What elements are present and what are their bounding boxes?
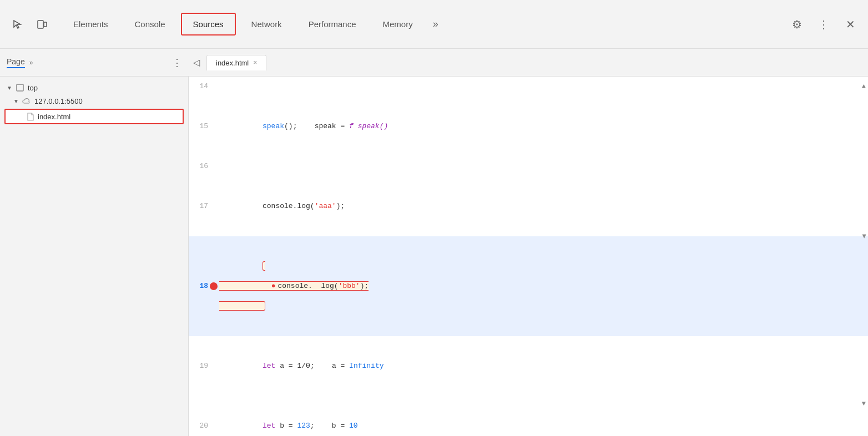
editor-tab-label: index.html <box>216 59 249 67</box>
code-line-14: 14 <box>189 77 868 97</box>
devtools-header: Elements Console Sources Network Perform… <box>0 0 868 49</box>
tree-arrow-server: ▼ <box>13 98 19 104</box>
tree-label-server: 127.0.0.1:5500 <box>34 97 83 105</box>
code-line-17: 17 console.log('aaa'); <box>189 176 868 236</box>
sidebar-tree: ▼ top ▼ 127.0.0.1:5500 <box>0 77 188 436</box>
code-line-16: 16 <box>189 156 868 176</box>
tab-console[interactable]: Console <box>122 0 179 48</box>
tree-label-index-html: index.html <box>38 113 70 121</box>
tree-arrow-top: ▼ <box>7 85 12 91</box>
frame-icon <box>16 83 24 92</box>
tab-list: Elements Console Sources Network Perform… <box>60 0 788 48</box>
code-container[interactable]: ▲ ▼ ▶ 14 15 speak(); speak = f speak() 1… <box>189 77 868 436</box>
scroll-up-arrow[interactable]: ▲ <box>862 77 866 97</box>
main-layout: ▼ top ▼ 127.0.0.1:5500 <box>0 77 868 436</box>
editor-tab-close-icon[interactable]: × <box>253 59 257 67</box>
editor-tab-bar: ◁ index.html × <box>189 49 868 77</box>
tree-label-top: top <box>28 84 38 92</box>
more-options-icon[interactable]: ⋮ <box>815 16 832 33</box>
sidebar-item-index-html[interactable]: index.html <box>4 109 184 124</box>
close-devtools-icon[interactable]: ✕ <box>841 16 859 33</box>
svg-rect-2 <box>17 84 23 91</box>
sidebar-item-server[interactable]: ▼ 127.0.0.1:5500 <box>0 94 188 108</box>
sidebar-item-top[interactable]: ▼ top <box>0 81 188 94</box>
inspect-icon[interactable] <box>9 16 27 33</box>
scroll-right-arrow[interactable]: ▶ <box>854 234 868 238</box>
breakpoint-18[interactable] <box>210 282 218 290</box>
file-icon <box>26 112 34 121</box>
code-line-18: 18 ●console. log('bbb'); <box>189 236 868 336</box>
sub-header: Page » ⋮ ◁ index.html × <box>0 49 868 77</box>
code-line-19: 19 let a = 1/0; a = Infinity <box>189 336 868 396</box>
page-tab-chevron[interactable]: » <box>29 59 33 67</box>
tab-sources[interactable]: Sources <box>181 13 236 36</box>
editor-area: ▲ ▼ ▶ 14 15 speak(); speak = f speak() 1… <box>189 77 868 436</box>
more-tabs-icon[interactable]: » <box>426 18 445 30</box>
code-line-20: 20 let b = 123; b = 10 <box>189 396 868 436</box>
tab-elements[interactable]: Elements <box>60 0 122 48</box>
back-navigation-icon[interactable]: ◁ <box>193 57 200 68</box>
tab-memory[interactable]: Memory <box>370 0 426 48</box>
device-icon[interactable] <box>33 16 51 33</box>
page-tab-label[interactable]: Page <box>7 57 25 68</box>
cloud-icon <box>22 97 31 105</box>
svg-rect-0 <box>38 21 43 28</box>
code-line-15: 15 speak(); speak = f speak() <box>189 97 868 156</box>
sidebar: ▼ top ▼ 127.0.0.1:5500 <box>0 77 189 436</box>
devtools-icon-group <box>4 16 60 33</box>
editor-tab-index-html[interactable]: index.html × <box>206 55 266 70</box>
gear-icon[interactable]: ⚙ <box>788 16 806 33</box>
svg-rect-1 <box>44 22 47 27</box>
tab-network[interactable]: Network <box>238 0 295 48</box>
sidebar-header: Page » ⋮ <box>0 49 189 77</box>
scroll-down-arrow[interactable]: ▼ <box>862 394 866 414</box>
sidebar-options-icon[interactable]: ⋮ <box>172 57 182 69</box>
header-right: ⚙ ⋮ ✕ <box>788 16 864 33</box>
tab-performance[interactable]: Performance <box>295 0 370 48</box>
